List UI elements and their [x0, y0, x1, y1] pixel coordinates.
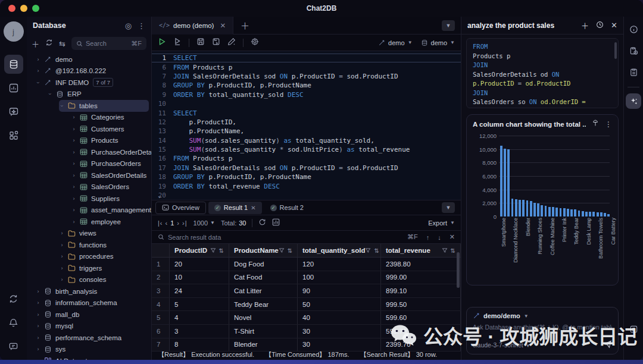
tree-item-asset-management[interactable]: ›asset_managementTab [27, 205, 151, 216]
chart-bar[interactable] [511, 199, 514, 216]
chart-bar[interactable] [592, 212, 595, 216]
database-nav-icon[interactable] [4, 55, 23, 74]
new-tab-icon[interactable]: ＋ [241, 19, 249, 32]
chart-bar[interactable] [519, 200, 521, 216]
chart-bar[interactable] [578, 211, 580, 216]
chevron-icon[interactable]: › [59, 230, 65, 236]
chart-bar[interactable] [504, 149, 506, 216]
tree-item-demo[interactable]: ›demo [27, 54, 151, 65]
ai-sparkle-icon[interactable] [626, 93, 641, 109]
chart-bar[interactable] [597, 212, 599, 216]
feedback-icon[interactable] [4, 337, 23, 356]
chart-bar[interactable] [548, 207, 551, 216]
saved-sql-clipboard-icon[interactable] [626, 64, 641, 80]
tree-item-products[interactable]: ›Products [27, 135, 151, 147]
chevron-icon[interactable]: › [59, 253, 65, 259]
run-selected-button[interactable] [173, 37, 182, 48]
chart-bar[interactable] [563, 208, 566, 216]
editor-line-16[interactable]: 16FROM Products p [152, 154, 461, 163]
chart-bar[interactable] [574, 209, 576, 216]
next-page-icon[interactable]: › [177, 219, 180, 227]
table-row[interactable]: 120Dog Food1202398.80 [152, 258, 461, 271]
chart-bar[interactable] [585, 212, 588, 216]
info-icon[interactable] [626, 21, 641, 37]
export-button[interactable]: Export ▼ [428, 219, 455, 227]
page-size-selector[interactable]: 1000 ▼ [193, 219, 215, 227]
chevron-icon[interactable]: › [71, 196, 77, 202]
chart-bar[interactable] [545, 206, 547, 216]
notifications-bell-icon[interactable] [4, 313, 23, 332]
compare-icon[interactable]: ⇆ [59, 39, 65, 48]
editor-line-9[interactable]: 9ORDER BY total_quantity_sold DESC [152, 90, 461, 99]
search-next-icon[interactable]: ↓ [438, 234, 441, 241]
chevron-icon[interactable]: › [71, 161, 77, 167]
sort-icon[interactable]: ⇅ [451, 247, 455, 254]
chevron-icon[interactable]: › [35, 300, 41, 306]
refresh-icon[interactable] [45, 39, 53, 48]
tab-result1[interactable]: ✓ Result 1 ✕ [208, 202, 262, 214]
chevron-icon[interactable]: › [35, 335, 41, 341]
ai-chat-nav-icon[interactable] [4, 102, 23, 121]
history-clipboard-icon[interactable] [626, 43, 641, 58]
chart-bar[interactable] [537, 203, 539, 216]
sort-icon[interactable]: ⇅ [374, 247, 379, 254]
sort-icon[interactable]: ⇅ [219, 247, 224, 254]
chart-bar[interactable] [582, 211, 584, 216]
sort-icon[interactable]: ⇅ [288, 247, 292, 254]
editor-line-10[interactable]: 10 [152, 99, 461, 108]
chart-bar[interactable] [533, 203, 536, 216]
tree-item-procedures[interactable]: ›procedures [27, 251, 151, 263]
close-chat-icon[interactable]: ✕ [611, 21, 617, 30]
chevron-icon[interactable]: › [35, 323, 41, 329]
editor-line-15[interactable]: 15 SUM(sod.sales_quantity * sod.UnitPric… [152, 145, 461, 154]
chevron-icon[interactable]: › [71, 184, 77, 190]
first-page-icon[interactable]: |‹ [158, 219, 163, 227]
avatar[interactable]: j [4, 21, 24, 42]
chart-bar[interactable] [555, 208, 558, 216]
tree-item-purchaseorderdetails[interactable]: ›PurchaseOrderDetails [27, 146, 151, 158]
tree-item-triggers[interactable]: ›triggers [27, 262, 151, 274]
filter-icon[interactable] [210, 247, 216, 253]
chart-bar[interactable] [507, 149, 510, 216]
chevron-icon[interactable]: › [35, 57, 41, 62]
column-header-total_quantity_sold[interactable]: total_quantity_sold⇅ [298, 244, 381, 257]
chevron-icon[interactable]: › [35, 80, 41, 86]
chat-connection-selector[interactable]: demo/demo ▼ [473, 312, 612, 319]
chevron-icon[interactable]: › [71, 172, 77, 178]
tree-item-employee[interactable]: ›employee [27, 216, 151, 228]
filter-icon[interactable] [442, 247, 448, 253]
result-search-bar[interactable]: Search result data ⌘F ↑ ↓ ✕ [152, 231, 461, 244]
editor-line-1[interactable]: 1SELECT [152, 54, 461, 62]
collapse-editor-icon[interactable]: ⌄ [158, 192, 161, 199]
chevron-icon[interactable]: › [71, 137, 77, 143]
tree-item-functions[interactable]: ›functions [27, 239, 151, 251]
tree-item--192-168-0-222[interactable]: ›@192.168.0.222 [27, 65, 151, 77]
chevron-icon[interactable]: › [59, 103, 65, 109]
editor-line-18[interactable]: 18GROUP BY p.ProductID, p.ProductName [152, 172, 461, 181]
editor-tab[interactable]: </> demo (demo) ✕ [152, 17, 233, 34]
chart-menu-icon[interactable]: ⋮ [605, 120, 612, 128]
tree-item-birth-analysis[interactable]: ›birth_analysis [27, 285, 151, 297]
column-header-total_revenue[interactable]: total_revenue⇅ [381, 244, 461, 257]
settings-gear-icon[interactable] [251, 37, 259, 48]
chevron-icon[interactable]: › [71, 219, 77, 225]
tree-item-inf-demo[interactable]: ›INF DEMO7 of 7 [27, 77, 151, 89]
chevron-icon[interactable]: › [59, 265, 65, 271]
editor-line-6[interactable]: 6FROM Products p [152, 62, 461, 71]
chevron-icon[interactable]: › [35, 68, 41, 74]
chart-bar[interactable] [567, 209, 569, 216]
save-as-button[interactable] [212, 37, 220, 48]
last-page-icon[interactable]: ›| [182, 219, 188, 227]
tree-item-purchaseorders[interactable]: ›PurchaseOrders [27, 158, 151, 170]
filter-icon[interactable] [365, 247, 371, 253]
refresh-result-icon[interactable] [258, 218, 266, 227]
chart-bar[interactable] [570, 209, 573, 216]
chevron-icon[interactable]: › [59, 242, 65, 248]
tree-item-erp[interactable]: ›ERP [27, 89, 151, 101]
locate-icon[interactable]: ◎ [125, 21, 132, 30]
table-row[interactable]: 45Teddy Bear50999.50 [152, 298, 461, 312]
column-header-ProductName[interactable]: ProductName⇅ [229, 244, 298, 257]
chevron-icon[interactable]: › [71, 114, 77, 120]
plugins-nav-icon[interactable] [4, 126, 23, 145]
tree-item-information-schema[interactable]: ›information_schema [27, 297, 151, 309]
